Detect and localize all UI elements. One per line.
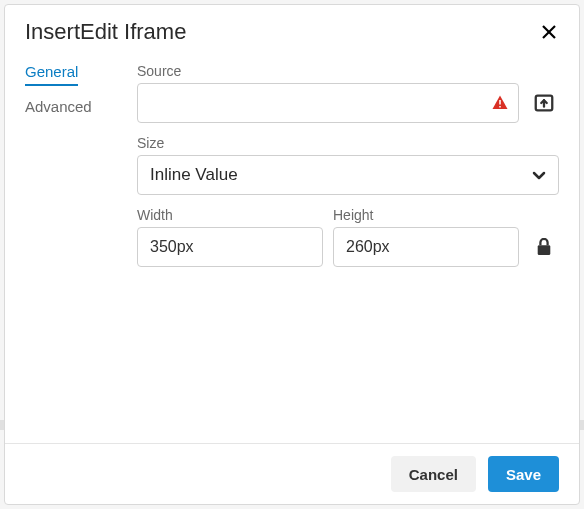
svg-rect-6: [538, 245, 551, 255]
form-area: Source: [137, 63, 559, 443]
save-button[interactable]: Save: [488, 456, 559, 492]
cancel-button[interactable]: Cancel: [391, 456, 476, 492]
size-select[interactable]: Inline Value: [137, 155, 559, 195]
size-select-value: Inline Value: [150, 165, 238, 185]
size-label: Size: [137, 135, 559, 151]
dialog-title: InsertEdit Iframe: [25, 19, 186, 45]
height-input[interactable]: [333, 227, 519, 267]
dialog-footer: Cancel Save: [5, 443, 579, 504]
close-button[interactable]: [539, 22, 559, 42]
source-input[interactable]: [137, 83, 519, 123]
size-field: Size Inline Value: [137, 135, 559, 195]
close-icon: [541, 24, 557, 40]
size-select-wrap: Inline Value: [137, 155, 559, 195]
width-field: Width: [137, 207, 323, 267]
dialog-body: General Advanced Source: [5, 53, 579, 443]
width-input[interactable]: [137, 227, 323, 267]
width-label: Width: [137, 207, 323, 223]
source-input-wrap: [137, 83, 519, 123]
source-label: Source: [137, 63, 559, 79]
dialog-header: InsertEdit Iframe: [5, 5, 579, 53]
svg-rect-3: [499, 106, 501, 108]
tab-advanced[interactable]: Advanced: [25, 98, 92, 119]
lock-icon: [536, 238, 552, 256]
browse-button[interactable]: [529, 88, 559, 118]
source-row: [137, 83, 559, 123]
browse-icon: [533, 92, 555, 114]
lock-aspect-button[interactable]: [529, 227, 559, 267]
source-field: Source: [137, 63, 559, 123]
dimensions-row: Width Height: [137, 207, 559, 267]
height-label: Height: [333, 207, 519, 223]
warning-icon: [491, 94, 509, 112]
svg-rect-2: [499, 100, 501, 105]
tabs: General Advanced: [25, 63, 137, 443]
tab-general[interactable]: General: [25, 63, 78, 86]
iframe-dialog: InsertEdit Iframe General Advanced Sourc…: [4, 4, 580, 505]
height-field: Height: [333, 207, 519, 267]
